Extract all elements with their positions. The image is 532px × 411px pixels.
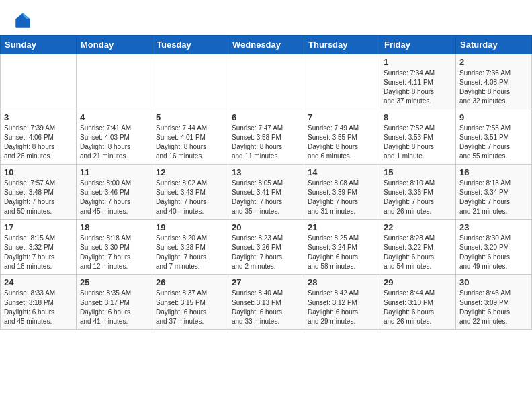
day-info: Sunrise: 8:35 AM Sunset: 3:17 PM Dayligh… xyxy=(80,289,148,326)
calendar-table: SundayMondayTuesdayWednesdayThursdayFrid… xyxy=(0,35,532,330)
day-number: 18 xyxy=(80,222,148,232)
day-of-week-thursday: Thursday xyxy=(304,36,380,54)
day-info: Sunrise: 7:55 AM Sunset: 3:51 PM Dayligh… xyxy=(459,124,528,161)
calendar-cell: 1Sunrise: 7:34 AM Sunset: 4:11 PM Daylig… xyxy=(380,54,456,109)
calendar-week-3: 10Sunrise: 7:57 AM Sunset: 3:48 PM Dayli… xyxy=(1,165,532,220)
day-info: Sunrise: 7:41 AM Sunset: 4:03 PM Dayligh… xyxy=(80,124,148,161)
calendar-week-4: 17Sunrise: 8:15 AM Sunset: 3:32 PM Dayli… xyxy=(1,220,532,275)
logo-icon xyxy=(13,11,32,30)
day-info: Sunrise: 8:15 AM Sunset: 3:32 PM Dayligh… xyxy=(4,234,73,271)
day-info: Sunrise: 7:49 AM Sunset: 3:55 PM Dayligh… xyxy=(308,124,376,161)
calendar-cell: 23Sunrise: 8:30 AM Sunset: 3:20 PM Dayli… xyxy=(456,220,532,275)
svg-rect-2 xyxy=(16,19,30,27)
calendar-cell: 22Sunrise: 8:28 AM Sunset: 3:22 PM Dayli… xyxy=(380,220,456,275)
day-info: Sunrise: 7:57 AM Sunset: 3:48 PM Dayligh… xyxy=(4,179,73,216)
calendar-cell: 11Sunrise: 8:00 AM Sunset: 3:46 PM Dayli… xyxy=(77,165,152,220)
day-info: Sunrise: 8:18 AM Sunset: 3:30 PM Dayligh… xyxy=(80,234,148,271)
calendar-cell xyxy=(77,54,152,109)
day-number: 11 xyxy=(80,167,148,177)
days-of-week-row: SundayMondayTuesdayWednesdayThursdayFrid… xyxy=(1,36,532,54)
day-number: 20 xyxy=(232,222,300,232)
day-number: 14 xyxy=(308,167,376,177)
day-number: 13 xyxy=(232,167,300,177)
day-info: Sunrise: 7:39 AM Sunset: 4:06 PM Dayligh… xyxy=(4,124,73,161)
day-number: 15 xyxy=(384,167,452,177)
day-number: 19 xyxy=(156,222,224,232)
calendar-cell: 17Sunrise: 8:15 AM Sunset: 3:32 PM Dayli… xyxy=(1,220,77,275)
day-info: Sunrise: 8:23 AM Sunset: 3:26 PM Dayligh… xyxy=(232,234,300,271)
calendar-cell: 28Sunrise: 8:42 AM Sunset: 3:12 PM Dayli… xyxy=(304,275,380,330)
day-number: 25 xyxy=(80,277,148,287)
calendar-cell: 4Sunrise: 7:41 AM Sunset: 4:03 PM Daylig… xyxy=(77,109,152,165)
calendar-cell: 24Sunrise: 8:33 AM Sunset: 3:18 PM Dayli… xyxy=(1,275,77,330)
day-number: 23 xyxy=(459,222,528,232)
day-info: Sunrise: 8:13 AM Sunset: 3:34 PM Dayligh… xyxy=(459,179,528,216)
day-of-week-monday: Monday xyxy=(77,36,152,54)
day-of-week-friday: Friday xyxy=(380,36,456,54)
day-number: 9 xyxy=(459,112,528,122)
day-info: Sunrise: 8:25 AM Sunset: 3:24 PM Dayligh… xyxy=(308,234,376,271)
logo xyxy=(13,11,35,30)
calendar-cell: 29Sunrise: 8:44 AM Sunset: 3:10 PM Dayli… xyxy=(380,275,456,330)
day-number: 2 xyxy=(459,57,528,67)
calendar-cell: 25Sunrise: 8:35 AM Sunset: 3:17 PM Dayli… xyxy=(77,275,152,330)
calendar-cell: 19Sunrise: 8:20 AM Sunset: 3:28 PM Dayli… xyxy=(152,220,228,275)
calendar-cell: 9Sunrise: 7:55 AM Sunset: 3:51 PM Daylig… xyxy=(456,109,532,165)
day-info: Sunrise: 8:10 AM Sunset: 3:36 PM Dayligh… xyxy=(384,179,452,216)
calendar-cell xyxy=(228,54,304,109)
day-of-week-saturday: Saturday xyxy=(456,36,532,54)
day-info: Sunrise: 8:05 AM Sunset: 3:41 PM Dayligh… xyxy=(232,179,300,216)
calendar-cell: 7Sunrise: 7:49 AM Sunset: 3:55 PM Daylig… xyxy=(304,109,380,165)
day-number: 4 xyxy=(80,112,148,122)
day-info: Sunrise: 8:20 AM Sunset: 3:28 PM Dayligh… xyxy=(156,234,224,271)
day-info: Sunrise: 7:36 AM Sunset: 4:08 PM Dayligh… xyxy=(459,68,528,106)
day-info: Sunrise: 7:52 AM Sunset: 3:53 PM Dayligh… xyxy=(384,124,452,161)
day-info: Sunrise: 8:37 AM Sunset: 3:15 PM Dayligh… xyxy=(156,289,224,326)
day-number: 24 xyxy=(4,277,73,287)
calendar-cell: 8Sunrise: 7:52 AM Sunset: 3:53 PM Daylig… xyxy=(380,109,456,165)
day-info: Sunrise: 8:30 AM Sunset: 3:20 PM Dayligh… xyxy=(459,234,528,271)
day-info: Sunrise: 8:28 AM Sunset: 3:22 PM Dayligh… xyxy=(384,234,452,271)
calendar-cell: 10Sunrise: 7:57 AM Sunset: 3:48 PM Dayli… xyxy=(1,165,77,220)
calendar-header: SundayMondayTuesdayWednesdayThursdayFrid… xyxy=(1,36,532,54)
calendar-cell: 21Sunrise: 8:25 AM Sunset: 3:24 PM Dayli… xyxy=(304,220,380,275)
calendar-cell: 6Sunrise: 7:47 AM Sunset: 3:58 PM Daylig… xyxy=(228,109,304,165)
day-number: 27 xyxy=(232,277,300,287)
calendar-week-5: 24Sunrise: 8:33 AM Sunset: 3:18 PM Dayli… xyxy=(1,275,532,330)
day-number: 26 xyxy=(156,277,224,287)
day-number: 28 xyxy=(308,277,376,287)
day-info: Sunrise: 8:46 AM Sunset: 3:09 PM Dayligh… xyxy=(459,289,528,326)
day-info: Sunrise: 8:40 AM Sunset: 3:13 PM Dayligh… xyxy=(232,289,300,326)
calendar-cell: 15Sunrise: 8:10 AM Sunset: 3:36 PM Dayli… xyxy=(380,165,456,220)
calendar-week-1: 1Sunrise: 7:34 AM Sunset: 4:11 PM Daylig… xyxy=(1,54,532,109)
calendar-cell: 13Sunrise: 8:05 AM Sunset: 3:41 PM Dayli… xyxy=(228,165,304,220)
day-number: 12 xyxy=(156,167,224,177)
day-number: 3 xyxy=(4,112,73,122)
day-info: Sunrise: 8:44 AM Sunset: 3:10 PM Dayligh… xyxy=(384,289,452,326)
calendar-cell: 12Sunrise: 8:02 AM Sunset: 3:43 PM Dayli… xyxy=(152,165,228,220)
calendar-cell: 16Sunrise: 8:13 AM Sunset: 3:34 PM Dayli… xyxy=(456,165,532,220)
day-info: Sunrise: 7:34 AM Sunset: 4:11 PM Dayligh… xyxy=(384,68,452,106)
day-number: 1 xyxy=(384,57,452,67)
day-number: 6 xyxy=(232,112,300,122)
day-number: 17 xyxy=(4,222,73,232)
day-number: 7 xyxy=(308,112,376,122)
day-number: 10 xyxy=(4,167,73,177)
calendar-cell: 5Sunrise: 7:44 AM Sunset: 4:01 PM Daylig… xyxy=(152,109,228,165)
day-info: Sunrise: 8:42 AM Sunset: 3:12 PM Dayligh… xyxy=(308,289,376,326)
calendar-cell: 27Sunrise: 8:40 AM Sunset: 3:13 PM Dayli… xyxy=(228,275,304,330)
day-info: Sunrise: 8:00 AM Sunset: 3:46 PM Dayligh… xyxy=(80,179,148,216)
day-number: 8 xyxy=(384,112,452,122)
calendar-cell: 3Sunrise: 7:39 AM Sunset: 4:06 PM Daylig… xyxy=(1,109,77,165)
calendar-week-2: 3Sunrise: 7:39 AM Sunset: 4:06 PM Daylig… xyxy=(1,109,532,165)
day-info: Sunrise: 8:02 AM Sunset: 3:43 PM Dayligh… xyxy=(156,179,224,216)
day-info: Sunrise: 8:33 AM Sunset: 3:18 PM Dayligh… xyxy=(4,289,73,326)
page-header xyxy=(0,0,532,35)
calendar-cell xyxy=(152,54,228,109)
day-of-week-wednesday: Wednesday xyxy=(228,36,304,54)
calendar-cell: 30Sunrise: 8:46 AM Sunset: 3:09 PM Dayli… xyxy=(456,275,532,330)
calendar-cell xyxy=(304,54,380,109)
day-info: Sunrise: 7:47 AM Sunset: 3:58 PM Dayligh… xyxy=(232,124,300,161)
calendar-body: 1Sunrise: 7:34 AM Sunset: 4:11 PM Daylig… xyxy=(1,54,532,330)
day-info: Sunrise: 7:44 AM Sunset: 4:01 PM Dayligh… xyxy=(156,124,224,161)
